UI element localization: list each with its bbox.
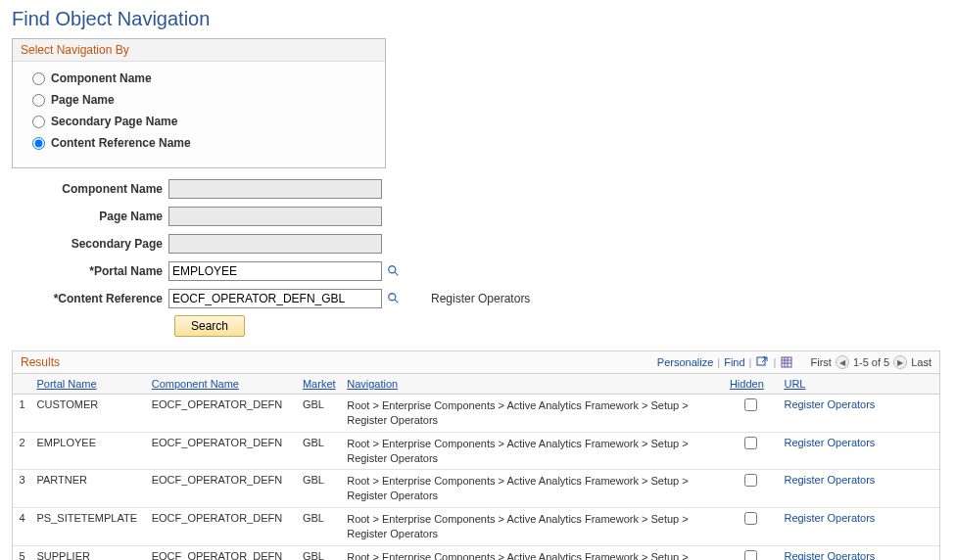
hidden-checkbox[interactable] [744,550,757,560]
find-link[interactable]: Find [724,356,744,368]
portal-header[interactable]: Portal Name [31,374,146,395]
group-title: Select Navigation By [13,39,385,62]
results-table: Portal Name Component Name Market Naviga… [13,373,939,560]
magnifier-icon[interactable] [386,291,402,306]
page-title: Find Object Navigation [12,8,944,30]
table-row: 2EMPLOYEEEOCF_OPERATOR_DEFNGBLRoot > Ent… [13,432,939,470]
hidden-checkbox[interactable] [744,398,757,411]
url-header[interactable]: URL [778,374,939,395]
url-link[interactable]: Register Operators [784,512,875,524]
navigation-header[interactable]: Navigation [341,374,724,395]
secondary-page-label: Secondary Page [12,237,168,251]
next-arrow-icon[interactable]: ▶ [893,355,907,369]
row-number: 2 [13,432,31,470]
hidden-cell [724,545,779,560]
market-cell: GBL [297,508,341,546]
hidden-checkbox[interactable] [744,474,757,487]
first-label[interactable]: First [811,356,832,368]
radio-component-name[interactable]: Component Name [32,71,365,85]
component-cell: EOCF_OPERATOR_DEFN [146,545,297,560]
portal-name-input[interactable] [168,261,382,281]
table-row: 5SUPPLIEREOCF_OPERATOR_DEFNGBLRoot > Ent… [13,545,939,560]
row-number: 4 [13,508,31,546]
portal-cell: CUSTOMER [31,395,146,433]
last-label[interactable]: Last [911,356,932,368]
svg-line-3 [395,300,399,303]
hidden-cell [724,432,779,470]
navigation-cell: Root > Enterprise Components > Active An… [341,508,724,546]
download-icon[interactable] [780,355,793,369]
radio-content-reference-name[interactable]: Content Reference Name [32,136,365,150]
radio-secondary-page-name[interactable]: Secondary Page Name [32,115,365,128]
search-form: Component Name Page Name Secondary Page … [12,178,944,337]
component-cell: EOCF_OPERATOR_DEFN [146,508,297,546]
radio-content-reference-name-label: Content Reference Name [51,136,191,150]
portal-cell: PS_SITETEMPLATE [31,508,146,546]
separator: | [717,356,720,368]
table-row: 1CUSTOMEREOCF_OPERATOR_DEFNGBLRoot > Ent… [13,395,939,433]
separator: | [773,356,776,368]
url-link[interactable]: Register Operators [784,474,875,486]
content-reference-description: Register Operators [431,292,530,305]
content-reference-input[interactable] [168,289,382,308]
svg-rect-4 [757,357,765,365]
portal-name-label: *Portal Name [12,264,168,278]
radio-page-name[interactable]: Page Name [32,93,365,107]
radio-secondary-page-name-input[interactable] [32,116,45,128]
market-cell: GBL [297,545,341,560]
group-body: Component Name Page Name Secondary Page … [13,62,385,167]
prev-arrow-icon[interactable]: ◀ [836,355,849,369]
svg-rect-6 [782,357,791,367]
radio-content-reference-name-input[interactable] [32,137,45,150]
url-cell: Register Operators [778,470,939,508]
market-header[interactable]: Market [297,374,341,395]
radio-component-name-input[interactable] [32,72,45,85]
component-header[interactable]: Component Name [146,374,297,395]
navigation-cell: Root > Enterprise Components > Active An… [341,432,724,470]
navigation-cell: Root > Enterprise Components > Active An… [341,470,724,508]
content-reference-label: *Content Reference [12,292,168,305]
url-link[interactable]: Register Operators [784,398,875,410]
component-cell: EOCF_OPERATOR_DEFN [146,395,297,433]
hidden-cell [724,508,779,546]
results-toolbar: Personalize | Find | | First ◀ 1-5 of 5 … [657,355,932,369]
page-name-label: Page Name [12,210,168,223]
radio-page-name-input[interactable] [32,94,45,107]
component-name-input [168,179,382,199]
separator: | [749,356,752,368]
url-link[interactable]: Register Operators [784,550,875,560]
component-cell: EOCF_OPERATOR_DEFN [146,432,297,470]
hidden-cell [724,470,779,508]
table-row: 3PARTNEREOCF_OPERATOR_DEFNGBLRoot > Ente… [13,470,939,508]
url-cell: Register Operators [778,545,939,560]
hidden-cell [724,395,779,433]
rownum-header [13,374,31,395]
radio-page-name-label: Page Name [51,93,115,107]
personalize-link[interactable]: Personalize [657,356,713,368]
table-row: 4PS_SITETEMPLATEEOCF_OPERATOR_DEFNGBLRoo… [13,508,939,546]
secondary-page-input [168,234,382,254]
row-number: 5 [13,545,31,560]
market-cell: GBL [297,432,341,470]
portal-cell: PARTNER [31,470,146,508]
hidden-checkbox[interactable] [744,512,757,525]
zoom-icon[interactable] [755,355,769,369]
svg-line-1 [395,272,399,276]
component-cell: EOCF_OPERATOR_DEFN [146,470,297,508]
portal-cell: SUPPLIER [31,545,146,560]
search-button[interactable]: Search [174,315,245,337]
market-cell: GBL [297,470,341,508]
magnifier-icon[interactable] [386,263,402,279]
select-navigation-by-group: Select Navigation By Component Name Page… [12,38,386,168]
component-name-label: Component Name [12,182,168,196]
hidden-checkbox[interactable] [744,437,757,449]
hidden-header[interactable]: Hidden [724,374,779,395]
url-link[interactable]: Register Operators [784,437,875,448]
results-title: Results [21,355,60,369]
page-name-input [168,207,382,226]
radio-secondary-page-name-label: Secondary Page Name [51,115,177,128]
url-cell: Register Operators [778,508,939,546]
range-label: 1-5 of 5 [853,356,889,368]
row-number: 1 [13,395,31,433]
radio-component-name-label: Component Name [51,71,152,85]
